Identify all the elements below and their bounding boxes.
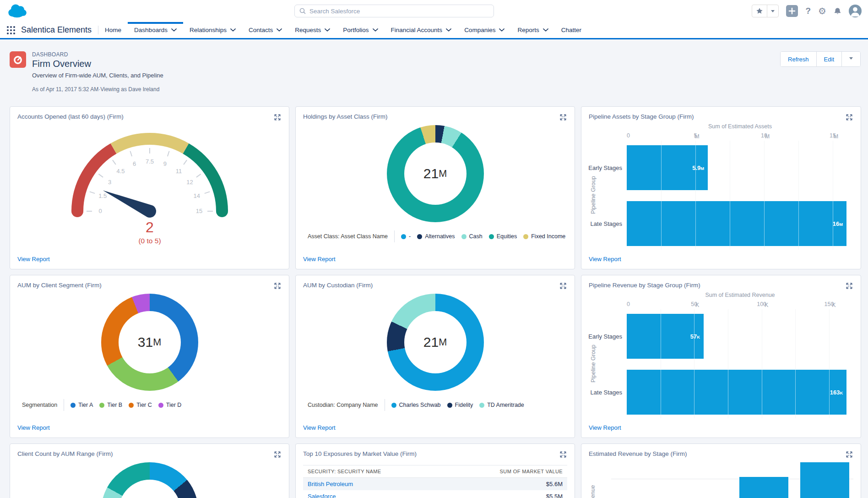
- help-button[interactable]: ?: [805, 6, 811, 16]
- help-icon: ?: [805, 6, 811, 16]
- edit-button[interactable]: Edit: [816, 52, 841, 66]
- donut-chart[interactable]: [101, 462, 198, 498]
- bar-value-label: 5.9M: [692, 164, 704, 171]
- expand-button[interactable]: [559, 113, 567, 121]
- expand-icon: [274, 451, 281, 458]
- security-link[interactable]: Salesforce: [308, 493, 336, 498]
- nav-tab-dashboards[interactable]: Dashboards: [128, 22, 183, 38]
- table-header-row: SECURITY: SECURITY NAMESUM OF MARKET VAL…: [303, 465, 567, 478]
- donut-chart[interactable]: 21M: [387, 294, 484, 391]
- search-input[interactable]: [309, 8, 489, 15]
- favorites-menu-button[interactable]: [767, 5, 778, 17]
- expand-button[interactable]: [273, 113, 282, 121]
- nav-tab-label: Relationships: [190, 27, 227, 33]
- donut-chart[interactable]: 31M: [101, 294, 198, 391]
- expand-button[interactable]: [559, 450, 567, 459]
- dashboard-grid: Accounts Opened (last 60 days) (Firm)01.…: [10, 106, 861, 498]
- gear-icon: ⚙: [818, 6, 826, 16]
- svg-text:6: 6: [132, 160, 136, 167]
- view-report-link[interactable]: View Report: [303, 256, 336, 263]
- app-name: Salentica Elements: [19, 22, 98, 38]
- bar[interactable]: [800, 462, 849, 498]
- nav-tab-label: Financial Accounts: [391, 27, 443, 33]
- x-axis-tick-label: 15M: [830, 132, 836, 139]
- nav-tab-home[interactable]: Home: [98, 22, 128, 38]
- legend-item: Tier C: [129, 402, 152, 408]
- legend-item: Cash: [461, 233, 483, 240]
- entity-label: DASHBOARD: [32, 51, 163, 58]
- svg-text:1.5: 1.5: [98, 192, 107, 199]
- card-header: Top 10 Exposures by Market Value (Firm): [303, 450, 567, 459]
- donut-chart-wrap: 21M: [303, 294, 567, 391]
- dashboard-card-holdings: Holdings by Asset Class (Firm)21MAsset C…: [295, 106, 575, 269]
- gridline: [795, 309, 796, 418]
- column-header[interactable]: SECURITY: SECURITY NAME: [303, 465, 444, 478]
- chevron-down-icon: [171, 28, 177, 32]
- nav-tab-contacts[interactable]: Contacts: [242, 22, 288, 38]
- legend-item: Equities: [489, 233, 517, 240]
- gridline: [764, 141, 765, 250]
- nav-tab-reports[interactable]: Reports: [511, 22, 554, 38]
- dashboard-card-top-exposures: Top 10 Exposures by Market Value (Firm)S…: [295, 443, 575, 498]
- bar[interactable]: [739, 477, 788, 498]
- more-actions-button[interactable]: [841, 52, 860, 66]
- bar[interactable]: 57K: [627, 314, 704, 359]
- column-header[interactable]: SUM OF MARKET VALUE: [444, 465, 567, 478]
- nav-tab-label: Chatter: [561, 27, 581, 33]
- legend-item-label: -: [409, 233, 411, 240]
- view-report-link[interactable]: View Report: [17, 256, 50, 263]
- bar[interactable]: 163K: [627, 370, 846, 415]
- user-menu-button[interactable]: [849, 5, 862, 17]
- refresh-button[interactable]: Refresh: [781, 52, 816, 66]
- x-axis-ticks: 05M10M15M: [627, 131, 853, 141]
- card-title: AUM by Client Segment (Firm): [17, 282, 102, 289]
- nav-tab-financial-accounts[interactable]: Financial Accounts: [385, 22, 458, 38]
- nav-tab-companies[interactable]: Companies: [458, 22, 511, 38]
- card-title: AUM by Custodian (Firm): [303, 282, 373, 289]
- expand-button[interactable]: [273, 282, 282, 290]
- view-report-link[interactable]: View Report: [17, 424, 50, 431]
- vertical-bar-chart[interactable]: Sum of Estimated Revenue: [589, 460, 853, 498]
- favorites-star-button[interactable]: [752, 5, 767, 17]
- expand-button[interactable]: [559, 282, 567, 290]
- nav-tabs: HomeDashboardsRelationshipsContactsReque…: [98, 22, 588, 38]
- app-launcher-button[interactable]: [0, 22, 19, 38]
- nav-tab-chatter[interactable]: Chatter: [555, 22, 588, 38]
- bar[interactable]: 16M: [627, 201, 846, 246]
- legend-item: Charles Schwab: [391, 402, 441, 408]
- chevron-down-icon: [771, 10, 775, 14]
- gauge-chart[interactable]: 01.534.567.59111214152(0 to 5): [17, 126, 282, 246]
- gridline: [661, 141, 662, 250]
- chevron-down-icon: [277, 28, 282, 32]
- setup-button[interactable]: ⚙: [818, 6, 826, 16]
- notifications-button[interactable]: [834, 7, 841, 15]
- expand-button[interactable]: [845, 450, 853, 459]
- security-link[interactable]: British Petroleum: [308, 481, 353, 487]
- nav-tab-requests[interactable]: Requests: [288, 22, 336, 38]
- legend-dot: [447, 403, 452, 408]
- donut-chart[interactable]: 21M: [387, 125, 484, 222]
- nav-tab-relationships[interactable]: Relationships: [183, 22, 242, 38]
- expand-button[interactable]: [845, 113, 853, 121]
- quick-create-button[interactable]: [786, 5, 798, 17]
- gridline: [730, 141, 730, 250]
- donut-center-label: [119, 480, 181, 498]
- view-report-link[interactable]: View Report: [303, 424, 336, 431]
- legend-dot: [391, 403, 396, 408]
- category-label: Early Stages: [588, 333, 622, 340]
- category-label: Late Stages: [591, 220, 622, 227]
- nav-tab-portfolios[interactable]: Portfolios: [336, 22, 384, 38]
- gridline: [762, 309, 762, 418]
- legend-item-label: Fidelity: [455, 402, 473, 408]
- app-navigation-bar: Salentica Elements HomeDashboardsRelatio…: [0, 22, 868, 39]
- view-report-link[interactable]: View Report: [589, 424, 621, 431]
- gridline: [829, 309, 830, 418]
- legend-item: Tier D: [158, 402, 182, 408]
- star-icon: [756, 7, 763, 15]
- card-title: Pipeline Assets by Stage Group (Firm): [589, 113, 694, 120]
- donut-center-label: 21M: [404, 311, 467, 373]
- expand-button[interactable]: [845, 282, 853, 290]
- expand-button[interactable]: [273, 450, 282, 459]
- legend-item-label: Equities: [497, 233, 517, 240]
- view-report-link[interactable]: View Report: [589, 256, 621, 263]
